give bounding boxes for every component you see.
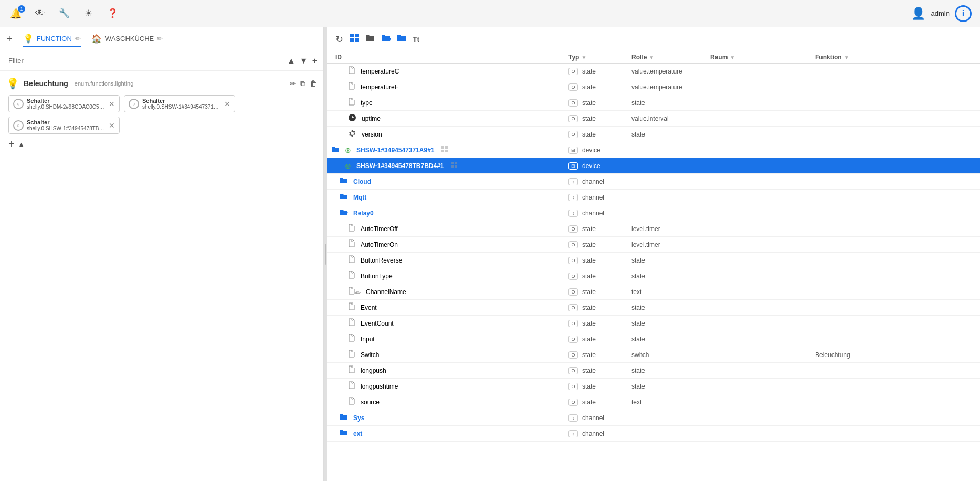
table-row[interactable]: AutoTimerOnOstatelevel.timer	[327, 237, 980, 253]
row-typ-text: state	[582, 288, 596, 296]
bell-icon[interactable]: 🔔 1	[8, 6, 23, 21]
row-id-text: Input	[361, 336, 375, 343]
grid-view-button[interactable]	[350, 33, 359, 45]
row-rolle-cell: value.interval	[631, 115, 710, 122]
svg-rect-8	[445, 146, 448, 149]
refresh-button[interactable]: ↻	[335, 34, 343, 45]
table-row[interactable]: temperatureFOstatevalue.temperature	[327, 79, 980, 95]
splitter-handle	[325, 244, 326, 265]
file-icon	[348, 318, 355, 328]
table-row[interactable]: uptimeOstatevalue.interval	[327, 111, 980, 127]
table-row[interactable]: InputOstatestate	[327, 331, 980, 347]
chip-schalter-3: ○ Schalter shelly.0.SHSW-1#34945478TBD4#…	[8, 117, 120, 134]
table-row[interactable]: ✏ChannelNameOstatetext	[327, 284, 980, 300]
table-row[interactable]: Sys↕channel	[327, 410, 980, 426]
table-row[interactable]: AutoTimerOffOstatelevel.timer	[327, 221, 980, 237]
table-row[interactable]: SwitchOstateswitchBeleuchtung	[327, 347, 980, 363]
folder-icon	[331, 161, 340, 170]
table-row[interactable]: longpushOstatestate	[327, 363, 980, 379]
chip-schalter-1: ○ Schalter shelly.0.SHDM-2#98CDAC0C5C32#…	[8, 95, 120, 112]
col-funktion-label: Funktion	[815, 54, 842, 61]
row-funktion-cell: Beleuchtung	[815, 351, 980, 359]
filter-up-button[interactable]: ▲	[287, 56, 296, 66]
row-state-badge: O	[568, 99, 578, 107]
table-row[interactable]: ⊛SHSW-1#34945478TB7BD4#1⊞device	[327, 158, 980, 174]
row-id-text: ButtonReverse	[361, 257, 402, 264]
folder-button[interactable]	[365, 34, 375, 45]
filter-add-button[interactable]: +	[312, 56, 317, 66]
table-body: temperatureCOstatevalue.temperaturetempe…	[327, 64, 980, 481]
chip-label-2: Schalter	[142, 98, 221, 104]
col-raum-sort-icon[interactable]: ▼	[730, 55, 735, 60]
filter-down-button[interactable]: ▼	[300, 56, 308, 66]
function-tab-edit-icon[interactable]: ✏	[75, 35, 81, 43]
table-row[interactable]: Relay0↕channel	[327, 205, 980, 221]
table-row[interactable]: sourceOstatetext	[327, 394, 980, 410]
table-row[interactable]: EventCountOstatestate	[327, 316, 980, 331]
col-header-funktion[interactable]: Funktion ▼	[815, 54, 980, 61]
row-rolle-cell: text	[631, 288, 710, 296]
filter-input[interactable]	[6, 56, 283, 66]
row-typ-cell: ↕channel	[568, 178, 631, 185]
folder-open-button[interactable]	[381, 34, 391, 45]
table-row[interactable]: Mqtt↕channel	[327, 190, 980, 205]
row-typ-cell: ⊞device	[568, 162, 631, 170]
nav-icons: 🔔 1 👁 🔧 ☀ ❓	[8, 6, 120, 21]
col-header-rolle[interactable]: Rolle ▼	[631, 54, 710, 61]
sun-icon[interactable]: ☀	[81, 6, 96, 21]
row-state-badge: ↕	[568, 414, 578, 422]
col-rolle-sort-icon[interactable]: ▼	[649, 55, 654, 60]
row-typ-text: state	[582, 68, 596, 75]
user-avatar-icon: 👤	[911, 6, 926, 21]
folder-blue-button[interactable]	[397, 34, 406, 45]
beleuchtung-enum: enum.functions.lighting	[75, 80, 134, 87]
col-header-typ[interactable]: Typ ▼	[568, 54, 631, 61]
col-typ-sort-icon[interactable]: ▼	[581, 55, 586, 60]
ibutton[interactable]: i	[955, 5, 972, 22]
table-row[interactable]: Cloud↕channel	[327, 174, 980, 190]
wrench-icon[interactable]: 🔧	[57, 6, 71, 21]
table-row[interactable]: EventOstatestate	[327, 300, 980, 316]
col-header-id: ID	[327, 54, 568, 61]
row-state-badge: ↕	[568, 194, 578, 201]
table-row[interactable]: ButtonReverseOstatestate	[327, 253, 980, 268]
chip-close-2[interactable]: ✕	[224, 100, 230, 108]
row-typ-cell: Ostate	[568, 83, 631, 91]
table-row[interactable]: versionOstatestate	[327, 127, 980, 142]
col-header-raum[interactable]: Raum ▼	[710, 54, 815, 61]
chip-close-1[interactable]: ✕	[109, 100, 115, 108]
tab-waschkuche[interactable]: 🏠 WASCHKÜCHE ✏	[91, 32, 163, 47]
row-id-cell: temperatureF	[327, 82, 568, 92]
table-row[interactable]: typeOstatestate	[327, 95, 980, 111]
chip-close-3[interactable]: ✕	[109, 121, 115, 130]
row-state-badge: O	[568, 225, 578, 233]
col-funktion-sort-icon[interactable]: ▼	[844, 55, 849, 60]
table-row[interactable]: ButtonTypeOstatestate	[327, 268, 980, 284]
edit-function-button[interactable]: ✏	[290, 79, 296, 88]
filter-bar: ▲ ▼ +	[0, 51, 323, 71]
table-row[interactable]: longpushtimeOstatestate	[327, 379, 980, 394]
add-tab-button[interactable]: +	[6, 33, 13, 45]
row-typ-text: state	[582, 257, 596, 264]
table-row[interactable]: ext↕channel	[327, 426, 980, 442]
delete-function-button[interactable]: 🗑	[310, 79, 317, 88]
row-rolle-cell: state	[631, 383, 710, 390]
table-row[interactable]: ⊛SHSW-1#3494547371A9#1⊞device	[327, 142, 980, 158]
question-icon[interactable]: ❓	[105, 6, 120, 21]
row-typ-text: state	[582, 351, 596, 359]
tab-bar: + 💡 FUNCTION ✏ 🏠 WASCHKÜCHE ✏	[0, 27, 323, 51]
text-filter-button[interactable]: Tt	[413, 35, 419, 44]
tab-function[interactable]: 💡 FUNCTION ✏	[23, 32, 81, 47]
svg-rect-7	[441, 146, 444, 149]
waschkuche-tab-edit-icon[interactable]: ✏	[157, 35, 163, 43]
collapse-group-button[interactable]: ▲	[18, 140, 25, 149]
function-group-actions: ✏ ⧉ 🗑	[290, 79, 317, 88]
add-chip-button[interactable]: +	[8, 138, 15, 150]
row-state-badge: O	[568, 351, 578, 359]
row-id-cell: ButtonReverse	[327, 255, 568, 265]
beleuchtung-icon: 💡	[6, 77, 19, 90]
svg-rect-12	[455, 162, 457, 164]
eye-icon[interactable]: 👁	[33, 6, 47, 21]
table-row[interactable]: temperatureCOstatevalue.temperature	[327, 64, 980, 79]
copy-function-button[interactable]: ⧉	[300, 79, 305, 88]
